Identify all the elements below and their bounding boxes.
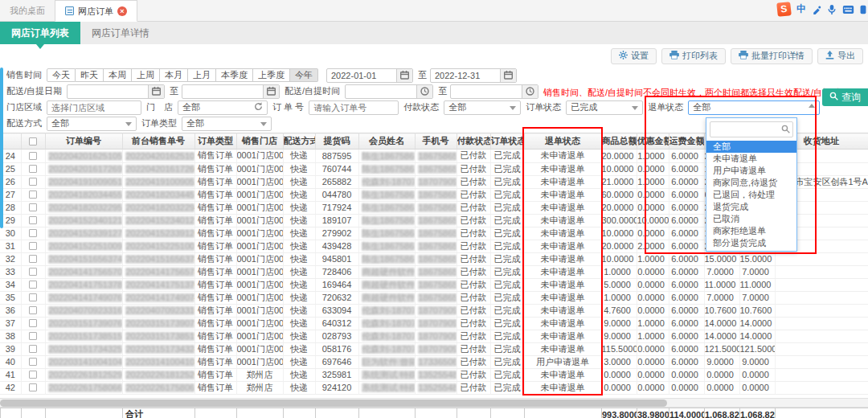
row-checkbox[interactable] <box>29 165 37 173</box>
clock-icon[interactable] <box>522 85 538 98</box>
cell-store: 0001门店0001 <box>236 278 283 291</box>
order-status-select[interactable]: 已完成 <box>566 100 643 115</box>
tab-order-list[interactable]: 网店订单列表 <box>0 22 80 44</box>
dropdown-option[interactable]: 用户申请退单 <box>706 165 796 177</box>
export-button[interactable]: 导出 <box>817 48 863 64</box>
refresh-icon[interactable] <box>254 102 263 113</box>
dropdown-search-input[interactable] <box>710 125 781 134</box>
search-button[interactable]: 查询 <box>822 88 868 106</box>
order-no-input[interactable] <box>309 101 396 114</box>
quick-range-button[interactable]: 上周 <box>132 68 160 82</box>
row-checkbox[interactable] <box>29 319 37 327</box>
store-area-group <box>47 100 141 115</box>
delivery-time-to-input[interactable] <box>451 85 522 98</box>
row-checkbox[interactable] <box>29 255 37 263</box>
dropdown-option[interactable]: 已取消 <box>706 213 796 225</box>
calendar-icon[interactable] <box>500 69 516 82</box>
quick-range-button[interactable]: 本季度 <box>216 68 253 82</box>
cell-order-no: 202204070923316568536 <box>45 304 122 317</box>
tab-my-desktop[interactable]: 我的桌面 <box>0 0 55 21</box>
table-row: 4020220314100410437411820220314100410437… <box>0 355 868 368</box>
row-checkbox[interactable] <box>29 268 37 276</box>
subtab-bar: 网店订单列表 网店订单详情 <box>0 22 868 44</box>
quick-range-button[interactable]: 本月 <box>160 68 188 82</box>
store-area-input[interactable] <box>47 101 139 114</box>
row-checkbox[interactable] <box>29 306 37 314</box>
sales-date-to-input[interactable] <box>431 69 500 82</box>
cell-member-name: 商超硬件软件1 <box>358 265 415 278</box>
delivery-time-from-input[interactable] <box>346 85 416 98</box>
refund-status-select[interactable]: 全部 <box>688 100 820 115</box>
ime-logo-icon[interactable]: S <box>776 2 792 17</box>
delivery-date-to-input[interactable] <box>182 85 263 98</box>
dropdown-option[interactable]: 退货完成 <box>706 201 796 213</box>
batch-print-button[interactable]: 批量打印详情 <box>731 48 813 64</box>
column-header: 订单编号 <box>45 133 122 150</box>
quick-range-button[interactable]: 今天 <box>47 68 76 82</box>
cell-store: 郑州店 <box>236 381 283 394</box>
row-checkbox[interactable] <box>29 345 37 353</box>
scrollbar-thumb[interactable] <box>0 400 667 407</box>
pay-status-select[interactable]: 全部 <box>444 100 521 115</box>
row-checkbox[interactable] <box>29 191 37 199</box>
row-checkbox[interactable] <box>29 371 37 379</box>
cell-amount: 14.0000 <box>704 317 739 330</box>
row-checkbox[interactable] <box>29 383 37 391</box>
row-checkbox[interactable] <box>29 332 37 340</box>
tab-online-orders[interactable]: 网店订单 × <box>55 0 137 22</box>
horizontal-scrollbar[interactable] <box>0 398 868 408</box>
dropdown-option[interactable]: 全部 <box>706 141 796 153</box>
clock-icon[interactable] <box>416 85 432 98</box>
cell-amount: 6.0000 <box>669 162 704 175</box>
ime-keyboard-icon[interactable] <box>842 5 854 14</box>
quick-range-button[interactable]: 本周 <box>104 68 132 82</box>
ime-chinese-mode-icon[interactable]: 中 <box>796 2 806 16</box>
pay-status-label: 付款状态 <box>403 101 439 113</box>
calendar-icon[interactable] <box>148 85 164 98</box>
quick-range-button[interactable]: 昨天 <box>76 68 104 82</box>
row-checkbox[interactable] <box>29 203 37 211</box>
delivery-date-from-input[interactable] <box>68 85 148 98</box>
row-checkbox[interactable] <box>29 229 37 237</box>
order-type-select[interactable]: 全部 <box>182 117 272 131</box>
row-checkbox[interactable] <box>29 178 37 186</box>
delivery-mode-select[interactable]: 全部 <box>47 117 137 131</box>
row-checkbox[interactable] <box>29 281 37 289</box>
dropdown-option[interactable]: 部分退货完成 <box>706 237 796 249</box>
close-icon[interactable]: × <box>117 6 127 16</box>
left-scroll-indicator[interactable] <box>0 68 3 228</box>
cell-order-no: 202204151656374232198 <box>45 252 122 265</box>
cell-refund-status: 未申请退单 <box>524 381 601 394</box>
dropdown-option[interactable]: 商家拒绝退单 <box>706 225 796 237</box>
cell-front-sale-no: 202202261812529759270 <box>122 368 194 381</box>
chevron-down-icon <box>632 106 638 113</box>
cell-order-status: 已完成 <box>490 368 524 381</box>
store-select[interactable]: 全部 <box>178 100 268 115</box>
dropdown-option[interactable]: 商家同意,待退货 <box>706 177 796 189</box>
ime-pen-icon[interactable] <box>812 5 821 14</box>
row-checkbox[interactable] <box>29 242 37 250</box>
row-checkbox[interactable] <box>29 216 37 224</box>
dropdown-option[interactable]: 未申请退单 <box>706 153 796 165</box>
refund-status-value: 全部 <box>693 101 710 113</box>
print-list-button[interactable]: 打印列表 <box>661 48 726 64</box>
cell-checkbox <box>21 291 45 304</box>
sales-date-from-input[interactable] <box>327 69 396 82</box>
row-checkbox[interactable] <box>29 358 37 366</box>
quick-range-button[interactable]: 上月 <box>188 68 216 82</box>
select-all-checkbox[interactable] <box>29 137 37 145</box>
ime-mic-icon[interactable] <box>827 4 837 15</box>
row-checkbox[interactable] <box>29 152 37 160</box>
quick-range-button[interactable]: 上季度 <box>253 68 290 82</box>
calendar-icon[interactable] <box>263 85 279 98</box>
quick-range-button[interactable]: 今年 <box>290 68 318 82</box>
cell-pay-status: 已付款 <box>457 330 490 342</box>
cell-order-no: 202204191009051446742 <box>45 175 122 188</box>
calendar-icon[interactable] <box>396 69 412 82</box>
ime-menu-icon[interactable] <box>860 5 866 14</box>
settings-button[interactable]: 设置 <box>611 48 657 64</box>
tab-order-detail[interactable]: 网店订单详情 <box>80 22 161 44</box>
dropdown-option[interactable]: 已退回，待处理 <box>706 189 796 201</box>
row-checkbox[interactable] <box>29 293 37 301</box>
cell-amount: 10.0000 <box>601 252 637 265</box>
